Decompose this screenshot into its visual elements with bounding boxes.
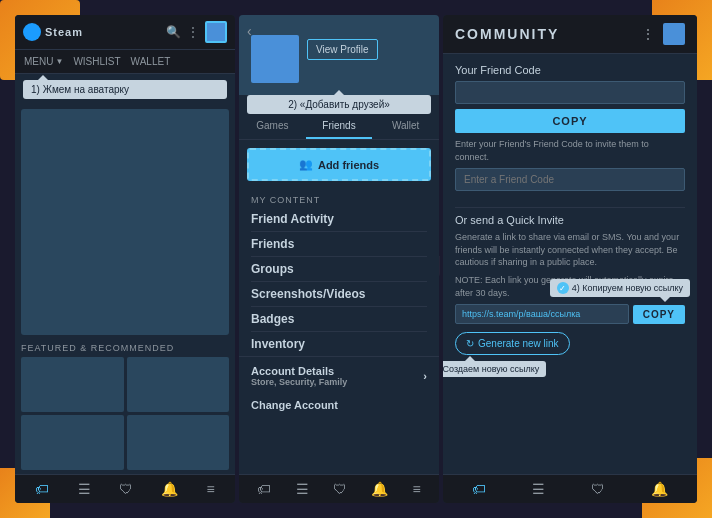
- right-bottom-shield-icon[interactable]: 🛡: [591, 481, 605, 497]
- content-screenshots[interactable]: Screenshots/Videos: [251, 282, 427, 307]
- profile-top: View Profile: [239, 15, 439, 95]
- content-friend-activity[interactable]: Friend Activity: [251, 207, 427, 232]
- featured-item-1[interactable]: [21, 357, 124, 412]
- mid-bottom-tag-icon[interactable]: 🏷: [257, 481, 271, 497]
- add-friends-label: Add friends: [318, 159, 379, 171]
- wishlist-label: WISHLIST: [73, 56, 120, 67]
- back-button[interactable]: ‹: [247, 23, 252, 39]
- copy-link-button[interactable]: COPY: [633, 305, 685, 324]
- add-friends-icon: 👥: [299, 158, 313, 171]
- my-content-label: MY CONTENT: [239, 189, 439, 207]
- add-friends-button[interactable]: 👥 Add friends: [247, 148, 431, 181]
- featured-item-3[interactable]: [21, 415, 124, 470]
- community-header: COMMUNITY ⋮: [443, 15, 697, 54]
- left-panel: Steam 🔍 ⋮ MENU ▼ WISHLIST WALLET 1) Жмем…: [15, 15, 235, 503]
- featured-section: FEATURED & RECOMMENDED: [15, 339, 235, 474]
- content-inventory[interactable]: Inventory: [251, 332, 427, 356]
- generate-icon: ↻: [466, 338, 474, 349]
- featured-item-2[interactable]: [127, 357, 230, 412]
- community-content: Your Friend Code COPY Enter your Friend'…: [443, 54, 697, 474]
- change-account-item[interactable]: Change Account: [239, 395, 439, 415]
- main-container: Steam 🔍 ⋮ MENU ▼ WISHLIST WALLET 1) Жмем…: [15, 15, 697, 503]
- mid-bottom-bell-icon[interactable]: 🔔: [371, 481, 388, 497]
- right-panel: COMMUNITY ⋮ Your Friend Code COPY Enter …: [443, 15, 697, 503]
- tooltip-generate-link: 3) Создаем новую ссылку: [443, 361, 546, 377]
- account-sub-text: Store, Security, Family: [251, 377, 347, 387]
- wallet-label: WALLET: [131, 56, 171, 67]
- content-groups[interactable]: Groups: [251, 257, 427, 282]
- tooltip-2-text: 2) «Добавить друзей»: [288, 99, 390, 110]
- menu-chevron: ▼: [55, 57, 63, 66]
- steam-header: Steam 🔍 ⋮: [15, 15, 235, 50]
- tab-games[interactable]: Games: [239, 114, 306, 139]
- menu-label: MENU: [24, 56, 53, 67]
- tab-wallet[interactable]: Wallet: [372, 114, 439, 139]
- quick-invite-text: Generate a link to share via email or SM…: [455, 231, 685, 269]
- quick-invite-label: Or send a Quick Invite: [455, 214, 685, 226]
- tooltip-copy-link: ✓ 4) Копируем новую ссылку: [550, 279, 690, 297]
- user-banner: [21, 109, 229, 335]
- right-bottom-list-icon[interactable]: ☰: [532, 481, 545, 497]
- community-more-icon[interactable]: ⋮: [641, 26, 655, 42]
- tooltip-4-text: 4) Копируем новую ссылку: [572, 283, 683, 293]
- generate-btn-row: 3) Создаем новую ссылку ↻ Generate new l…: [455, 332, 685, 355]
- featured-item-4[interactable]: [127, 415, 230, 470]
- profile-tabs: Games Friends Wallet: [239, 114, 439, 140]
- link-row: https://s.team/p/ваша/ссылка COPY: [455, 304, 685, 324]
- bottom-tag-icon[interactable]: 🏷: [35, 481, 49, 497]
- divider: [455, 207, 685, 208]
- bottom-shield-icon[interactable]: 🛡: [119, 481, 133, 497]
- account-chevron: ›: [423, 370, 427, 382]
- copy-code-button[interactable]: COPY: [455, 109, 685, 133]
- right-bottom-nav: 🏷 ☰ 🛡 🔔: [443, 474, 697, 503]
- friend-code-section: Your Friend Code COPY Enter your Friend'…: [455, 64, 685, 199]
- friend-code-label: Your Friend Code: [455, 64, 685, 76]
- steam-logo: Steam: [23, 23, 83, 41]
- enter-code-input[interactable]: [455, 168, 685, 191]
- view-profile-button[interactable]: View Profile: [307, 39, 378, 60]
- bottom-bell-icon[interactable]: 🔔: [161, 481, 178, 497]
- account-details-item[interactable]: Account Details Store, Security, Family …: [251, 365, 427, 387]
- mid-bottom-shield-icon[interactable]: 🛡: [333, 481, 347, 497]
- check-icon: ✓: [557, 282, 569, 294]
- nav-bar: MENU ▼ WISHLIST WALLET: [15, 50, 235, 74]
- featured-items: [21, 357, 229, 470]
- tooltip-1-text: 1) Жмем на аватарку: [31, 84, 129, 95]
- tooltip-add-friends: 2) «Добавить друзей»: [247, 95, 431, 114]
- middle-panel: ‹ View Profile 2) «Добавить друзей» Game…: [239, 15, 439, 503]
- bottom-menu-icon[interactable]: ≡: [207, 481, 215, 497]
- tab-friends[interactable]: Friends: [306, 114, 373, 139]
- nav-menu[interactable]: MENU ▼: [21, 54, 66, 69]
- mid-bottom-menu-icon[interactable]: ≡: [413, 481, 421, 497]
- content-list: Friend Activity Friends Groups Screensho…: [239, 207, 439, 356]
- nav-wallet[interactable]: WALLET: [128, 54, 174, 69]
- profile-avatar: [251, 35, 299, 83]
- more-icon[interactable]: ⋮: [187, 25, 199, 39]
- community-avatar[interactable]: [663, 23, 685, 45]
- tooltip-click-avatar: 1) Жмем на аватарку: [23, 80, 227, 99]
- tooltip-3-text: 3) Создаем новую ссылку: [443, 364, 539, 374]
- middle-bottom-nav: 🏷 ☰ 🛡 🔔 ≡: [239, 474, 439, 503]
- community-title: COMMUNITY: [455, 26, 633, 42]
- right-bottom-bell-icon[interactable]: 🔔: [651, 481, 668, 497]
- generate-label: Generate new link: [478, 338, 559, 349]
- nav-wishlist[interactable]: WISHLIST: [70, 54, 123, 69]
- steam-title: Steam: [45, 26, 83, 38]
- helper-text: Enter your Friend's Friend Code to invit…: [455, 138, 685, 163]
- featured-label: FEATURED & RECOMMENDED: [21, 343, 229, 353]
- steam-header-icons: 🔍 ⋮: [166, 21, 227, 43]
- search-icon[interactable]: 🔍: [166, 25, 181, 39]
- right-bottom-tag-icon[interactable]: 🏷: [472, 481, 486, 497]
- account-title-text: Account Details: [251, 365, 347, 377]
- mid-bottom-list-icon[interactable]: ☰: [296, 481, 309, 497]
- friend-code-input[interactable]: [455, 81, 685, 104]
- bottom-list-icon[interactable]: ☰: [78, 481, 91, 497]
- avatar[interactable]: [205, 21, 227, 43]
- link-url-text: https://s.team/p/ваша/ссылка: [455, 304, 629, 324]
- left-bottom-nav: 🏷 ☰ 🛡 🔔 ≡: [15, 474, 235, 503]
- generate-link-button[interactable]: ↻ Generate new link: [455, 332, 570, 355]
- tooltip-4-container: ✓ 4) Копируем новую ссылку https://s.tea…: [455, 304, 685, 324]
- content-badges[interactable]: Badges: [251, 307, 427, 332]
- account-section: Account Details Store, Security, Family …: [239, 356, 439, 395]
- content-friends[interactable]: Friends: [251, 232, 427, 257]
